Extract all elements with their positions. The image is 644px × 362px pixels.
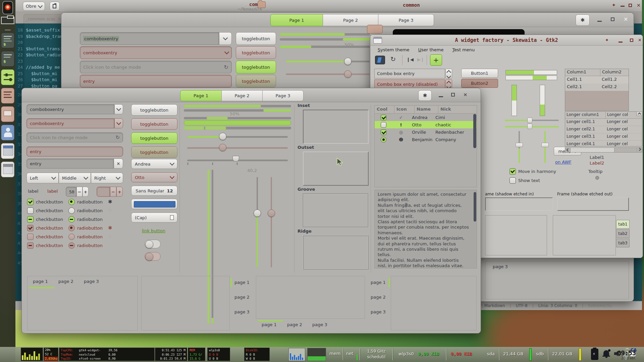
gtk2-check-harmony[interactable]: Move in harmony bbox=[509, 168, 556, 175]
gtk2-tab1[interactable]: tab1 bbox=[616, 220, 630, 229]
win1-close-icon[interactable]: ✕ bbox=[624, 16, 628, 22]
gtk2-close-icon[interactable]: ✕ bbox=[638, 38, 642, 43]
radio-selected[interactable] bbox=[68, 199, 75, 205]
gtk2-minimize-icon[interactable] bbox=[619, 42, 623, 43]
win1-icon-entry[interactable]: Click icon to change mode ↻ bbox=[80, 61, 232, 73]
tree-row[interactable]: ◎ Orville Redenbacher bbox=[375, 128, 477, 136]
win1-headerbar[interactable]: Page 1 Page 2 Page 3 ✱ ✕ bbox=[61, 13, 634, 27]
fg-close-icon[interactable]: ✕ bbox=[463, 92, 468, 98]
cell-checkbox-unchecked[interactable] bbox=[381, 122, 386, 128]
fg-slider-track[interactable] bbox=[187, 136, 288, 138]
fg-link-button[interactable]: link button bbox=[142, 228, 165, 233]
col-cool[interactable]: Cool bbox=[375, 106, 394, 113]
gear-icon[interactable]: ✱ bbox=[108, 199, 112, 205]
editor-titlebar[interactable]: Obre com ~/Temes/GTK common ✦ ✕ bbox=[15, 0, 642, 12]
mem-monitor[interactable]: MEM 1,73 G/ 15,6 G bbox=[188, 348, 205, 361]
win1-slider-handle[interactable] bbox=[344, 58, 352, 65]
fg-combo-andrea[interactable]: Andrea bbox=[131, 159, 177, 169]
cell[interactable]: Longer cel bbox=[605, 119, 642, 126]
editor-tab[interactable]: _common.scss ✕ bbox=[23, 14, 63, 23]
dock-item-window1[interactable] bbox=[1, 143, 14, 159]
col-nick[interactable]: Nick bbox=[438, 106, 477, 113]
status-overwrite[interactable]: Sobreescriu bbox=[588, 303, 612, 308]
gtk2-link[interactable]: on AWF bbox=[555, 160, 572, 165]
maximize-icon[interactable] bbox=[629, 4, 632, 7]
tab-close-icon[interactable]: ✕ bbox=[58, 17, 61, 21]
fg-marked-slider-handle[interactable] bbox=[232, 156, 239, 162]
clock[interactable]: 09:53 bbox=[617, 349, 636, 357]
fg-entry-clearable[interactable]: entry bbox=[26, 159, 114, 169]
minimize-icon[interactable] bbox=[621, 6, 625, 7]
fg-restore-icon[interactable] bbox=[451, 93, 455, 97]
text-scrollbar-thumb[interactable] bbox=[474, 192, 476, 222]
hal-eye-icon[interactable] bbox=[2, 1, 13, 14]
win1-restore-icon[interactable] bbox=[611, 17, 614, 21]
fg-vscale-track[interactable] bbox=[257, 177, 258, 267]
fg-treeview[interactable]: Cool Icon Name Nick ✓ Andrea Cimi ! Otto… bbox=[374, 105, 477, 187]
cell[interactable]: Longer cel bbox=[605, 133, 642, 140]
refresh-icon[interactable]: ↻ bbox=[224, 64, 228, 70]
pin-icon[interactable]: ✦ bbox=[612, 2, 616, 8]
fg-combo-middle[interactable]: Middle bbox=[59, 173, 91, 183]
checkbox-checked[interactable] bbox=[27, 199, 34, 205]
scroll-thumb[interactable] bbox=[571, 148, 614, 152]
cell[interactable]: Longer cell2.1 bbox=[565, 126, 605, 133]
dock-item-files1[interactable] bbox=[1, 88, 14, 104]
dock-item-editor1[interactable]: $ bbox=[1, 33, 14, 48]
scroll-left-arrow[interactable] bbox=[565, 148, 571, 152]
window-stack-icon[interactable] bbox=[1, 17, 14, 24]
nb3-tab2[interactable]: page 2 bbox=[287, 322, 302, 327]
tree-row[interactable]: ✓ Andrea Cimi bbox=[375, 114, 477, 121]
fg-combo-left[interactable]: Left bbox=[26, 173, 59, 183]
column-header[interactable]: Longer column1 bbox=[565, 112, 606, 118]
cell[interactable]: Cell1.2 bbox=[600, 76, 629, 83]
gtk2-tab2[interactable]: tab2 bbox=[616, 229, 630, 238]
fg-tab-page3[interactable]: Page 3 bbox=[262, 90, 304, 101]
col-icon[interactable]: Icon bbox=[394, 106, 415, 113]
top-processes[interactable]: TopCPU: gtk4-widget- 39,56 TopMem: nextc… bbox=[59, 348, 155, 361]
fg-vscale-handle[interactable] bbox=[254, 209, 261, 217]
scroll-right-arrow[interactable] bbox=[637, 148, 642, 152]
nb1-tab2[interactable]: page 2 bbox=[58, 279, 73, 284]
add-button[interactable]: + bbox=[430, 54, 442, 66]
win1-togglebutton-3[interactable]: togglebutton bbox=[236, 61, 276, 73]
cell-checkbox-checked[interactable] bbox=[381, 129, 386, 135]
status-encoding[interactable]: UTF-8 bbox=[516, 303, 528, 308]
gtk2-combo-entry[interactable]: Combo box entry bbox=[374, 69, 445, 78]
mem-area-graph[interactable] bbox=[307, 348, 326, 361]
nb1-tab3[interactable]: page 3 bbox=[84, 279, 99, 284]
disk-monitor[interactable]: DiskIO: R 0 B W 0 B bbox=[244, 348, 270, 361]
cpu-bars-graph[interactable] bbox=[288, 348, 305, 361]
col-name[interactable]: Name bbox=[415, 106, 438, 113]
table2-scroll-up[interactable] bbox=[636, 111, 642, 116]
fg-switch-off[interactable] bbox=[145, 240, 161, 248]
gtk2-pin-icon[interactable]: ✦ bbox=[605, 38, 609, 43]
win1-comboboxentry[interactable]: comboboxentry bbox=[80, 32, 219, 45]
refresh-icon[interactable]: ↻ bbox=[390, 55, 396, 63]
nb2-tab3[interactable]: page 3 bbox=[234, 309, 250, 314]
fg-gear-button[interactable]: ✱ bbox=[418, 90, 432, 101]
skip-to-start-icon[interactable]: ❙◀ bbox=[407, 57, 414, 62]
nb3-tab1[interactable]: page 1 bbox=[262, 322, 277, 327]
win1-gear-button[interactable]: ✱ bbox=[576, 14, 590, 26]
audio-card-icon[interactable] bbox=[375, 56, 385, 64]
fg-color-button[interactable] bbox=[131, 199, 177, 209]
checkbox-unchecked[interactable] bbox=[27, 207, 34, 214]
cell[interactable]: Longer cell3.1 bbox=[565, 133, 605, 140]
menu-user-theme[interactable]: User theme bbox=[418, 47, 444, 52]
gtk2-maximize-icon[interactable] bbox=[630, 39, 633, 42]
cell[interactable]: Longer cel bbox=[605, 141, 642, 146]
fg-font-button[interactable]: Sans Regular 12 bbox=[131, 186, 177, 196]
disk-sda-label[interactable]: sda bbox=[487, 351, 495, 356]
win1-tab-page2[interactable]: Page 2 bbox=[323, 14, 378, 26]
dock-item-editor2[interactable]: $ bbox=[1, 51, 14, 67]
fg-slider-handle[interactable] bbox=[219, 133, 226, 140]
battery-icon[interactable]: ⚡ bbox=[591, 349, 598, 360]
fg-comboboxentry[interactable]: comboboxentry bbox=[26, 104, 114, 114]
gtk2-tab3[interactable]: tab3 bbox=[616, 239, 630, 247]
fg-togglebutton-1[interactable]: togglebutton bbox=[131, 104, 177, 116]
cell[interactable]: Cell2.2 bbox=[600, 83, 629, 91]
cell[interactable]: Longer cel bbox=[605, 126, 642, 133]
gtk2-combo-spinner[interactable] bbox=[445, 69, 452, 78]
radio-unselected[interactable] bbox=[68, 207, 75, 214]
